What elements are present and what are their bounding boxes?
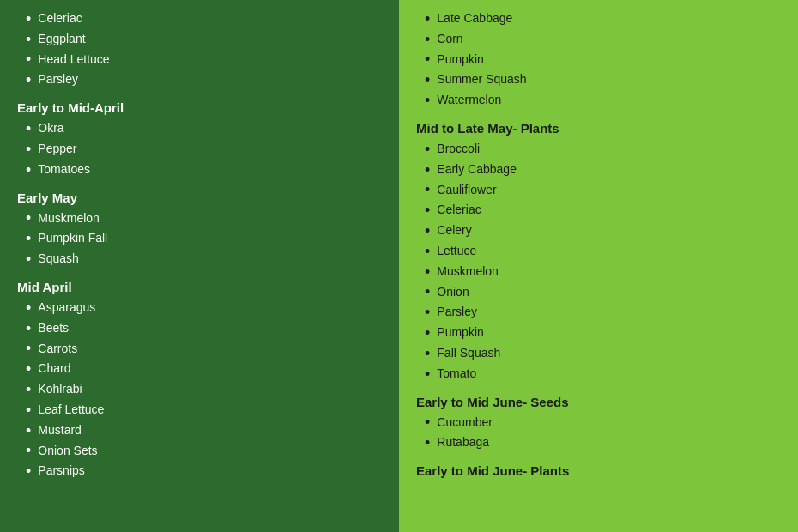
list-item: Celeriac — [425, 200, 781, 221]
list-item: Parsnips — [26, 461, 382, 481]
list-item: Pepper — [26, 139, 382, 160]
item-list: CucumberRutabaga — [425, 413, 781, 454]
list-item: Asparagus — [26, 298, 382, 318]
list-item: Muskmelon — [26, 209, 382, 229]
list-item: Cauliflower — [425, 180, 781, 201]
list-item: Parsley — [425, 302, 781, 323]
list-item: Celeriac — [26, 9, 382, 29]
list-item: Carrots — [26, 339, 382, 360]
list-item: Fall Squash — [425, 343, 781, 364]
list-item: Rutabaga — [425, 432, 781, 453]
list-item: Onion Sets — [26, 441, 382, 462]
list-item: Kohlrabi — [26, 379, 382, 400]
list-item: Broccoli — [425, 139, 781, 160]
list-item: Head Lettuce — [26, 50, 382, 70]
section-heading: Mid April — [17, 280, 382, 294]
list-item: Corn — [425, 29, 781, 50]
list-item: Squash — [26, 249, 382, 269]
right-panel: Late CabbageCornPumpkinSummer SquashWate… — [399, 0, 798, 532]
section-heading: Early to Mid-April — [17, 100, 382, 115]
list-item: Okra — [26, 118, 382, 139]
list-item: Muskmelon — [425, 262, 781, 282]
list-item: Tomato — [425, 364, 781, 384]
list-item: Cucumber — [425, 413, 781, 433]
list-item: Lettuce — [425, 241, 781, 262]
item-list: AsparagusBeetsCarrotsChardKohlrabiLeaf L… — [26, 298, 382, 481]
list-item: Onion — [425, 282, 781, 303]
item-list: CeleriacEggplantHead LettuceParsley — [26, 9, 382, 90]
list-item: Celery — [425, 221, 781, 241]
list-item: Beets — [26, 318, 382, 339]
list-item: Tomatoes — [26, 160, 382, 180]
list-item: Leaf Lettuce — [26, 400, 382, 420]
item-list: Late CabbageCornPumpkinSummer SquashWate… — [425, 9, 781, 111]
list-item: Pumpkin Fall — [26, 228, 382, 249]
section-heading: Early to Mid June- Plants — [416, 463, 781, 478]
list-item: Early Cabbage — [425, 160, 781, 180]
list-item: Late Cabbage — [425, 9, 781, 29]
section-heading: Early to Mid June- Seeds — [416, 395, 781, 409]
left-panel: CeleriacEggplantHead LettuceParsleyEarly… — [0, 0, 399, 532]
list-item: Mustard — [26, 420, 382, 441]
section-heading: Mid to Late May- Plants — [416, 121, 781, 136]
list-item: Summer Squash — [425, 70, 781, 90]
item-list: OkraPepperTomatoes — [26, 118, 382, 179]
list-item: Pumpkin — [425, 323, 781, 343]
list-item: Pumpkin — [425, 50, 781, 70]
list-item: Chard — [26, 359, 382, 379]
list-item: Eggplant — [26, 29, 382, 50]
list-item: Watermelon — [425, 90, 781, 111]
list-item: Parsley — [26, 70, 382, 90]
item-list: MuskmelonPumpkin FallSquash — [26, 209, 382, 269]
item-list: BroccoliEarly CabbageCauliflowerCeleriac… — [425, 139, 781, 384]
section-heading: Early May — [17, 190, 382, 205]
